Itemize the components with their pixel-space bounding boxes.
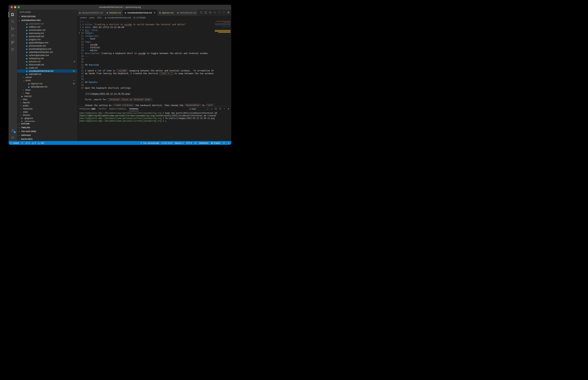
folder-item[interactable]: ⌄drafts (17, 79, 77, 82)
accounts-icon[interactable]: 1 (9, 127, 17, 134)
maximize-panel-icon[interactable]: ＾ (223, 108, 225, 110)
indentation[interactable]: Spaces: 2 (175, 142, 184, 144)
run-icon[interactable] (209, 11, 212, 14)
close-panel-icon[interactable]: ✕ (228, 108, 229, 110)
breadcrumb-segment[interactable]: posts (89, 17, 94, 19)
outline-section[interactable]: ›OUTLINE (17, 122, 77, 126)
sidebar-more-icon[interactable]: ⋯ (73, 11, 74, 13)
file-item[interactable]: ◆tailsleak.md8 (17, 60, 77, 63)
notifications-icon[interactable] (228, 142, 230, 144)
file-item[interactable]: ◆tailswifiprobe.md (17, 85, 77, 88)
source-control-icon[interactable] (9, 25, 17, 32)
file-item[interactable]: ◆processname.md (17, 44, 77, 47)
toggle-icon[interactable] (213, 11, 216, 14)
split-terminal-icon[interactable] (214, 107, 217, 110)
debug-console-tab[interactable]: DEBUG CONSOLE (109, 107, 126, 111)
settings-gear-icon[interactable] (9, 134, 17, 141)
close-tab-icon[interactable]: ✕ (154, 11, 155, 14)
editor-tab[interactable]: ◆digtrace.md (157, 10, 175, 16)
language-mode[interactable]: Markdown (199, 142, 208, 144)
file-item[interactable]: ◆pandoc2pdf.md (17, 35, 77, 38)
open-preview-icon[interactable] (204, 11, 207, 14)
extensions-icon[interactable] (9, 39, 17, 46)
breadcrumb-segment[interactable]: 2021 (97, 17, 102, 19)
file-item[interactable]: ◆digtrace.md9+ (17, 82, 77, 85)
nav-fwd-icon[interactable] (222, 11, 225, 14)
svg-point-25 (223, 142, 225, 144)
svg-point-23 (141, 142, 142, 143)
tab-actions: ⋯ (198, 10, 231, 16)
folder-item[interactable]: ›themes (17, 114, 77, 117)
folder-item[interactable]: ›static (17, 110, 77, 114)
file-item[interactable]: ◆proofreadingmacos.md (17, 47, 77, 51)
file-item[interactable]: ◆sshtorproxy.md (17, 57, 77, 60)
file-item[interactable]: ◆watchdiff.md (17, 73, 77, 76)
git-blame[interactable]: You, seconds ago (140, 142, 159, 144)
problems-tab[interactable]: PROBLEMS166 (79, 107, 96, 111)
breadcrumb[interactable]: content›posts›2021›◆ vscodeswitchtermina… (77, 16, 231, 19)
file-item[interactable]: ◆sshescapecodes.md (17, 54, 77, 57)
terminal-tab[interactable]: TERMINAL (129, 107, 139, 111)
file-item[interactable]: ⚙︎.gitmodules (17, 120, 77, 122)
nav-back-icon[interactable] (218, 11, 221, 14)
file-item[interactable]: ◆safarihttpsredirection.md (17, 51, 77, 54)
svg-point-2 (11, 29, 12, 30)
breadcrumb-segment[interactable]: content (80, 17, 87, 19)
folder-item[interactable]: ›resources (17, 107, 77, 110)
breadcrumb-segment[interactable]: vscodeswitchterminal.md (107, 17, 131, 19)
file-item[interactable]: ◆opencanary.md (17, 32, 77, 35)
sync-icon[interactable] (21, 142, 23, 144)
editor-tab[interactable]: ◆laptoprebuild2021.md (77, 10, 105, 16)
editor[interactable]: 1 2 3 4 5 6 7 8 9 10 11 12 13 14 15 16 1… (77, 19, 231, 106)
folder-item[interactable]: ›ideas (17, 88, 77, 92)
output-tab[interactable]: OUTPUT (99, 107, 107, 111)
run-cell-icon[interactable] (227, 11, 230, 14)
new-terminal-icon[interactable]: + (211, 108, 212, 110)
editor-tab[interactable]: ◆vscodeswitchterminal.md✕ (123, 10, 157, 16)
code-content[interactable]: --- title: "Creating a shortcut in vscod… (85, 19, 231, 106)
open-editors-section[interactable]: ›OPEN EDITORS (17, 15, 77, 18)
compare-changes-icon[interactable] (200, 11, 202, 14)
editor-tab[interactable]: ◆tailsleak.md (105, 10, 123, 16)
editor-tab[interactable]: ◆tailswifiprobe.md (175, 10, 198, 16)
file-item[interactable]: ◆notiontasks.md (17, 22, 77, 25)
folder-item[interactable]: ›loap (17, 92, 77, 95)
terminal-selector[interactable]: 2: bash (188, 107, 209, 110)
status-bar: master 0 4 162 You, seconds ago Ln 32, C… (9, 141, 231, 145)
workspace-section[interactable]: ⌄JASONMURRAY.ORG (17, 18, 77, 22)
file-item[interactable]: ◆thisisunsafe.md (17, 63, 77, 66)
titlebar[interactable]: vscodeswitchterminal.md — jasonmurray.or… (9, 5, 231, 10)
breadcrumb-segment[interactable]: ## Details (136, 17, 146, 19)
run-debug-icon[interactable] (9, 32, 17, 39)
diagnostics[interactable]: 0 4 162 (26, 142, 44, 144)
folder-item[interactable]: ›public (17, 104, 77, 107)
minimap[interactable] (214, 19, 231, 106)
folder-item[interactable]: ›data (17, 98, 77, 101)
file-item[interactable]: ◆pingloss.md (17, 38, 77, 41)
file-item[interactable]: ⚙︎.gitignore (17, 117, 77, 120)
folder-item[interactable]: ›layouts (17, 101, 77, 104)
git-graph-icon[interactable] (9, 46, 17, 53)
orphans-section[interactable]: ›ORPHANS (17, 133, 77, 137)
terminal-body[interactable]: jemurray@jasons-mbp:~/Documents/www-pers… (77, 112, 231, 141)
git-branch[interactable]: master (10, 142, 19, 144)
timeline-section[interactable]: ›TIMELINE (17, 126, 77, 130)
file-item[interactable]: ◆vscodeswitchterminal.md9+ (17, 69, 77, 73)
backlinks-section[interactable]: ›BACKLINKS (17, 137, 77, 141)
explorer-icon[interactable] (9, 11, 17, 18)
folder-item[interactable]: ›cancer (17, 76, 77, 79)
cursor-position[interactable]: Ln 32, Col 8 (162, 142, 172, 144)
kill-terminal-icon[interactable] (219, 107, 221, 110)
eol[interactable]: LF (194, 142, 197, 144)
encoding[interactable]: UTF-8 (186, 142, 192, 144)
file-item[interactable]: ◆vsafe.md (17, 66, 77, 69)
file-item[interactable]: ◆pipansiblebigsur.md (17, 41, 77, 44)
feedback-icon[interactable] (223, 142, 225, 144)
tag-explorer-section[interactable]: ›TAG EXPLORER (17, 130, 77, 133)
file-tree[interactable]: ◆notiontasks.md◆o365ocr.md◆onionlocation… (17, 22, 77, 122)
spellcheck[interactable]: English (211, 142, 220, 144)
file-item[interactable]: ◆o365ocr.md (17, 25, 77, 29)
file-item[interactable]: ◆onionlocation.md (17, 29, 77, 32)
file-item[interactable]: ◆now.md (17, 95, 77, 98)
search-icon[interactable] (9, 18, 17, 25)
